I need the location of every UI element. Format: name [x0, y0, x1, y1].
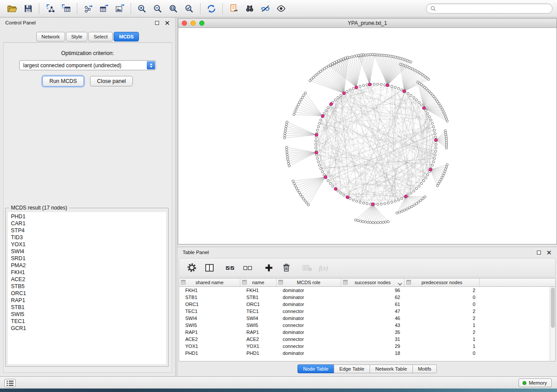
tab-motifs[interactable]: Motifs — [412, 364, 437, 373]
mcds-result-item[interactable]: ORC1 — [11, 290, 166, 297]
mcds-result-list[interactable]: PHD1CAR1STP4TID3YOX1SWI4SRD1PMA2FKH1ACE2… — [8, 212, 166, 364]
scrollbar-thumb[interactable] — [551, 288, 555, 328]
folder-open-icon — [7, 4, 17, 13]
run-mcds-button[interactable]: Run MCDS — [42, 76, 84, 86]
float-table-panel-icon[interactable] — [537, 251, 541, 254]
search-input[interactable] — [438, 6, 548, 12]
select-all-rows-button[interactable] — [224, 261, 237, 274]
mcds-result-item[interactable]: YOX1 — [11, 241, 166, 248]
optimization-select[interactable]: largest connected component (undirected) — [19, 60, 156, 70]
mcds-result-item[interactable]: RAP1 — [11, 297, 166, 304]
deselect-all-rows-button[interactable] — [241, 261, 254, 274]
mcds-result-item[interactable]: STB1 — [11, 304, 166, 311]
table-row[interactable]: TEC1TEC1connector472 — [179, 308, 550, 315]
panel-list-button[interactable] — [4, 379, 16, 387]
tab-edge-table[interactable]: Edge Table — [334, 364, 370, 373]
columns-icon — [204, 263, 214, 273]
close-window-icon[interactable] — [182, 21, 187, 26]
table-row[interactable]: RAP1RAP1dominator352 — [179, 329, 550, 336]
show-columns-button[interactable] — [203, 261, 216, 274]
column-header-successor-nodes[interactable]: successor nodes — [341, 279, 405, 286]
network-title: YPA_prune.txt_1 — [178, 20, 557, 26]
add-column-button[interactable] — [262, 261, 275, 274]
export-network-icon — [83, 4, 93, 13]
zoom-fit-button[interactable] — [166, 2, 181, 16]
column-header-name[interactable]: name — [240, 279, 277, 286]
table-scrollbar[interactable] — [550, 287, 555, 361]
table-row[interactable]: FKH1FKH1dominator962 — [179, 287, 550, 294]
cell-MCDS-role: dominator — [277, 288, 341, 293]
table-row[interactable]: PHD1PHD1dominator180 — [179, 350, 550, 357]
import-table-button[interactable] — [58, 2, 74, 16]
binoculars-button[interactable] — [242, 2, 257, 16]
maximize-window-icon[interactable] — [199, 21, 204, 26]
table-row[interactable]: STB1STB1dominator620 — [179, 294, 550, 301]
document-export-button[interactable] — [226, 2, 242, 16]
mcds-result-item[interactable]: CAR1 — [11, 220, 166, 227]
network-canvas[interactable] — [178, 28, 557, 244]
mcds-result-item[interactable]: ACE2 — [11, 276, 166, 283]
cell-name: YOX1 — [240, 344, 277, 349]
mcds-result-item[interactable]: TEC1 — [11, 318, 166, 325]
mcds-result-item[interactable]: STB5 — [11, 283, 166, 290]
save-button[interactable] — [20, 2, 36, 16]
zoom-in-button[interactable] — [134, 2, 150, 16]
mcds-result-item[interactable]: GCR1 — [11, 325, 166, 332]
export-image-button[interactable] — [112, 2, 128, 16]
refresh-button[interactable] — [204, 2, 219, 16]
cell-shared-name: STB1 — [179, 295, 240, 300]
folder-open-button[interactable] — [4, 2, 20, 16]
mcds-result-item[interactable]: TID3 — [11, 234, 166, 241]
eye-button[interactable] — [273, 2, 289, 16]
table-row[interactable]: ACE2ACE2connector311 — [179, 336, 550, 343]
network-window-titlebar[interactable]: YPA_prune.txt_1 — [178, 19, 557, 28]
glasses-button[interactable] — [257, 2, 273, 16]
delete-rows-button[interactable] — [280, 261, 293, 274]
refresh-icon — [207, 4, 216, 14]
mcds-result-item[interactable]: PMA2 — [11, 262, 166, 269]
cell-shared-name: PHD1 — [179, 351, 240, 356]
tab-select[interactable]: Select — [88, 32, 113, 41]
mcds-result-item[interactable]: PHD1 — [11, 213, 166, 220]
minimize-window-icon[interactable] — [190, 21, 196, 26]
cell-MCDS-role: connector — [277, 323, 341, 328]
table-row[interactable]: SWI4SWI4dominator462 — [179, 315, 550, 322]
close-control-panel-icon[interactable]: ✕ — [164, 20, 170, 26]
optimization-label: Optimization criterion: — [3, 50, 172, 56]
zoom-selected-button[interactable] — [181, 2, 197, 16]
tab-style[interactable]: Style — [66, 32, 88, 41]
table-row[interactable]: SWI5SWI5connector431 — [179, 322, 550, 329]
column-header-shared-name[interactable]: shared name — [179, 279, 240, 286]
float-control-panel-icon[interactable] — [155, 21, 159, 25]
close-table-panel-icon[interactable]: ✕ — [546, 249, 552, 256]
mcds-result-item[interactable]: STP4 — [11, 227, 166, 234]
tab-network-table[interactable]: Network Table — [370, 364, 413, 373]
column-label: shared name — [195, 280, 223, 285]
search-box[interactable] — [426, 3, 553, 14]
cell-name: STB1 — [240, 295, 277, 300]
export-table-button[interactable] — [96, 2, 112, 16]
toolbar-separator — [200, 3, 201, 14]
tab-node-table[interactable]: Node Table — [298, 364, 334, 373]
cytoscape-window: Control Panel ✕ NetworkStyleSelectMCDS O… — [0, 0, 557, 389]
cell-shared-name: TEC1 — [179, 309, 240, 314]
empty-squares-icon — [242, 263, 253, 272]
zoom-out-button[interactable] — [150, 2, 166, 16]
import-network-button[interactable] — [42, 2, 58, 16]
table-row[interactable]: YOX1YOX1connector291 — [179, 343, 550, 350]
close-panel-button[interactable]: Close panel — [90, 76, 133, 86]
trash-icon — [282, 263, 291, 272]
mcds-result-item[interactable]: SWI5 — [11, 311, 166, 318]
export-network-button[interactable] — [80, 2, 96, 16]
cell-successor-nodes: 18 — [341, 351, 405, 356]
column-header-predecessor-nodes[interactable]: predecessor nodes — [405, 279, 480, 286]
mcds-result-item[interactable]: SWI4 — [11, 248, 166, 255]
mcds-result-item[interactable]: FKH1 — [11, 269, 166, 276]
column-header-MCDS-role[interactable]: MCDS role — [277, 279, 341, 286]
mcds-result-item[interactable]: SRD1 — [11, 255, 166, 262]
memory-button[interactable]: Memory — [519, 378, 552, 387]
tab-mcds[interactable]: MCDS — [114, 32, 139, 41]
table-row[interactable]: ORC1ORC1dominator610 — [179, 301, 550, 308]
tab-network[interactable]: Network — [36, 32, 65, 41]
table-settings-button[interactable] — [185, 261, 198, 274]
